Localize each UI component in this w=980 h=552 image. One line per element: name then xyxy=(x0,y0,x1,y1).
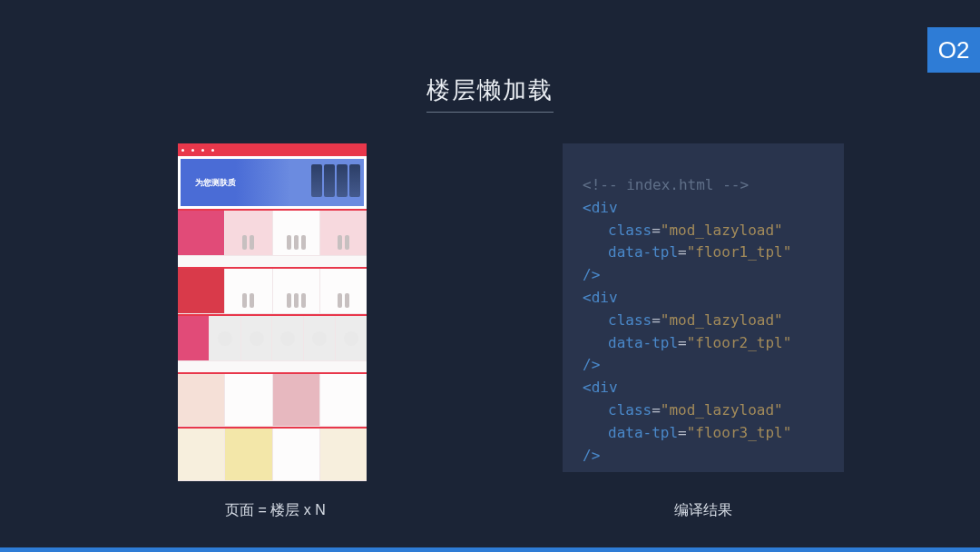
code-div1-class: class="mod_lazyload" xyxy=(583,220,824,242)
code-div3-tpl: data-tpl="floor3_tpl" xyxy=(583,422,824,445)
mock-floor-3 xyxy=(178,314,367,372)
mock-banner-text: 为您测肤质 xyxy=(195,177,236,189)
code-block: <!-- index.html --> <div class="mod_lazy… xyxy=(563,143,844,472)
slide-number-badge: O2 xyxy=(927,27,980,73)
slide-title: 楼层懒加载 xyxy=(426,74,554,113)
code-div1-close: /> xyxy=(583,264,824,287)
right-caption: 编译结果 xyxy=(674,501,732,520)
mock-floor-5 xyxy=(178,427,367,481)
mock-banner: 为您测肤质 xyxy=(181,159,364,206)
code-div2-close: /> xyxy=(583,354,824,377)
code-div3-close: /> xyxy=(583,445,824,468)
code-div1-tpl: data-tpl="floor1_tpl" xyxy=(583,242,824,264)
code-div2-class: class="mod_lazyload" xyxy=(583,310,824,332)
code-div2-tpl: data-tpl="floor2_tpl" xyxy=(583,332,824,355)
code-div1-open: <div xyxy=(583,197,824,220)
mock-floor-2 xyxy=(178,267,367,314)
page-mock: 为您测肤质 xyxy=(178,143,367,479)
code-div2-open: <div xyxy=(583,287,824,310)
mock-header xyxy=(178,143,367,156)
code-div3-class: class="mod_lazyload" xyxy=(583,399,824,422)
code-comment: <!-- index.html --> xyxy=(583,174,824,197)
bottom-accent-bar xyxy=(0,547,980,552)
code-div3-open: <div xyxy=(583,377,824,399)
mock-floor-4 xyxy=(178,372,367,427)
left-caption: 页面 = 楼层 x N xyxy=(225,501,326,520)
mock-floor-1 xyxy=(178,209,367,267)
